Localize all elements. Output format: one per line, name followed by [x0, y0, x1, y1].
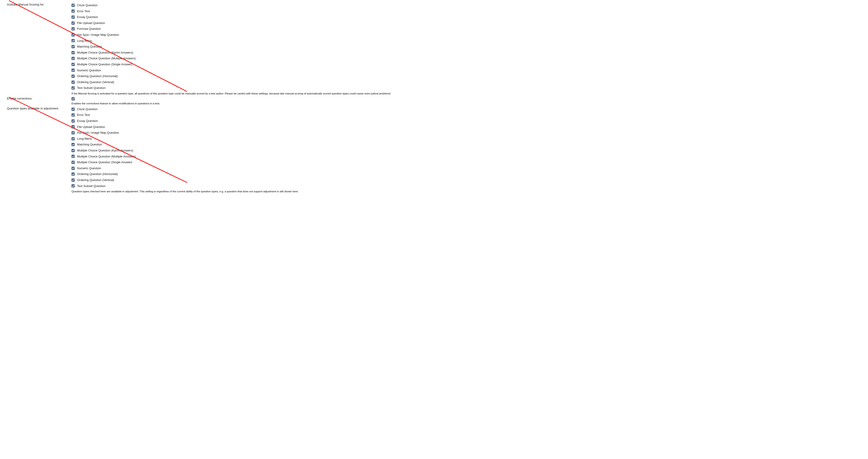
manual-scoring-option-label: Essay Question — [77, 15, 98, 19]
adjustment-option-row: Multiple Choice Question (Multiple Answe… — [71, 153, 861, 160]
adjustment-option-label: Hot Spot / Image Map Question — [77, 131, 119, 135]
manual-scoring-option-label: Multiple Choice Question (Kprim Answers) — [77, 51, 133, 55]
form-row-adjustment: Question types available in adjustment C… — [7, 106, 861, 194]
adjustment-option-label: Essay Question — [77, 119, 98, 123]
manual-scoring-option-label: Matching Question — [77, 45, 102, 49]
manual-scoring-option-row: Multiple Choice Question (Multiple Answe… — [71, 55, 861, 61]
adjustment-option-label: Error Text — [77, 113, 90, 117]
label-manual-scoring: Activate Manual Scoring for — [7, 3, 43, 6]
adjustment-checkbox[interactable] — [71, 167, 75, 170]
adjustment-option-label: Text Subset Question — [77, 184, 105, 188]
manual-scoring-option-row: Text Subset Question — [71, 85, 861, 91]
manual-scoring-option-row: Multiple Choice Question (Kprim Answers) — [71, 50, 861, 56]
manual-scoring-option-label: Multiple Choice Question (Single Answer) — [77, 63, 132, 66]
adjustment-checkbox[interactable] — [71, 143, 75, 146]
manual-scoring-checkbox[interactable] — [71, 57, 75, 60]
adjustment-option-row: Cloze Question — [71, 106, 861, 112]
manual-scoring-checkbox[interactable] — [71, 68, 75, 72]
manual-scoring-checkbox[interactable] — [71, 75, 75, 78]
adjustment-option-label: Numeric Question — [77, 167, 101, 170]
manual-scoring-checkbox[interactable] — [71, 22, 75, 25]
checkbox-enable-corrections[interactable] — [71, 97, 75, 101]
manual-scoring-option-label: Multiple Choice Question (Multiple Answe… — [77, 57, 135, 60]
adjustment-checkbox[interactable] — [71, 172, 75, 176]
manual-scoring-option-row: Hot Spot / Image Map Question — [71, 32, 861, 38]
adjustment-checkbox[interactable] — [71, 131, 75, 134]
adjustment-option-row: Hot Spot / Image Map Question — [71, 130, 861, 136]
adjustment-checkbox[interactable] — [71, 125, 75, 128]
adjustment-option-row: Text Subset Question — [71, 183, 861, 189]
manual-scoring-option-label: Formula Question — [77, 27, 101, 31]
adjustment-option-row: Ordering Question (Horizontal) — [71, 171, 861, 177]
adjustment-checkbox[interactable] — [71, 113, 75, 117]
adjustment-checkbox[interactable] — [71, 149, 75, 152]
manual-scoring-option-row: Formula Question — [71, 26, 861, 32]
manual-scoring-checkbox[interactable] — [71, 27, 75, 30]
manual-scoring-checkbox[interactable] — [71, 81, 75, 84]
manual-scoring-checkbox[interactable] — [71, 39, 75, 42]
adjustment-option-label: Multiple Choice Question (Kprim Answers) — [77, 149, 133, 152]
adjustment-checkbox[interactable] — [71, 137, 75, 140]
manual-scoring-option-label: Numeric Question — [77, 68, 101, 72]
manual-scoring-option-label: Error Text — [77, 9, 90, 13]
label-adjustment: Question types available in adjustment — [7, 107, 58, 110]
adjustment-option-label: Ordering Question (Vertical) — [77, 178, 114, 182]
manual-scoring-option-row: Ordering Question (Vertical) — [71, 79, 861, 85]
manual-scoring-option-row: Matching Question — [71, 44, 861, 50]
manual-scoring-option-row: Numeric Question — [71, 67, 861, 74]
manual-scoring-option-label: Long Menu — [77, 39, 92, 43]
adjustment-option-row: Numeric Question — [71, 165, 861, 171]
manual-scoring-option-row: Multiple Choice Question (Single Answer) — [71, 61, 861, 67]
adjustment-option-row: Matching Question — [71, 142, 861, 147]
manual-scoring-checkbox[interactable] — [71, 45, 75, 48]
adjustment-checkbox[interactable] — [71, 178, 75, 182]
manual-scoring-option-label: File Upload Question — [77, 21, 105, 25]
adjustment-option-row: Error Text — [71, 112, 861, 118]
manual-scoring-checkbox[interactable] — [71, 16, 75, 19]
manual-scoring-checkbox[interactable] — [71, 9, 75, 13]
form-row-manual-scoring: Activate Manual Scoring for Cloze Questi… — [7, 2, 861, 96]
manual-scoring-checkbox[interactable] — [71, 33, 75, 36]
manual-scoring-option-row: Ordering Question (Horizontal) — [71, 73, 861, 79]
adjustment-checkbox[interactable] — [71, 155, 75, 158]
manual-scoring-option-row: Cloze Question — [71, 2, 861, 8]
manual-scoring-option-row: File Upload Question — [71, 20, 861, 26]
manual-scoring-option-row: Long Menu — [71, 38, 861, 44]
manual-scoring-checkbox[interactable] — [71, 86, 75, 90]
manual-scoring-option-label: Hot Spot / Image Map Question — [77, 33, 119, 37]
label-enable-corrections: Enable corrections — [7, 97, 32, 100]
adjustment-option-label: Long Menu — [77, 137, 92, 141]
adjustment-option-row: Essay Question — [71, 118, 861, 124]
adjustment-option-row: Long Menu — [71, 136, 861, 142]
adjustment-option-row: Multiple Choice Question (Kprim Answers) — [71, 147, 861, 153]
manual-scoring-checkbox[interactable] — [71, 51, 75, 54]
adjustment-option-row: Ordering Question (Vertical) — [71, 177, 861, 183]
adjustment-option-label: Matching Question — [77, 143, 102, 146]
adjustment-checkbox[interactable] — [71, 108, 75, 111]
adjustment-checkbox[interactable] — [71, 119, 75, 123]
manual-scoring-checkbox[interactable] — [71, 63, 75, 66]
adjustment-option-label: Multiple Choice Question (Multiple Answe… — [77, 155, 135, 159]
adjustment-option-label: Ordering Question (Horizontal) — [77, 172, 118, 176]
manual-scoring-option-label: Cloze Question — [77, 3, 97, 7]
adjustment-checkbox[interactable] — [71, 184, 75, 188]
manual-scoring-option-label: Ordering Question (Horizontal) — [77, 74, 118, 78]
manual-scoring-option-row: Error Text — [71, 8, 861, 14]
help-enable-corrections: Enables the corrections feature to allow… — [71, 102, 861, 105]
manual-scoring-option-label: Text Subset Question — [77, 86, 105, 90]
adjustment-option-row: Multiple Choice Question (Single Answer) — [71, 159, 861, 165]
form-row-enable-corrections: Enable corrections Enables the correctio… — [7, 96, 861, 106]
manual-scoring-option-label: Ordering Question (Vertical) — [77, 80, 114, 84]
adjustment-option-label: Cloze Question — [77, 107, 97, 111]
adjustment-option-row: File Upload Question — [71, 124, 861, 130]
adjustment-option-label: File Upload Question — [77, 125, 105, 129]
adjustment-checkbox[interactable] — [71, 161, 75, 164]
manual-scoring-option-row: Essay Question — [71, 14, 861, 20]
adjustment-option-label: Multiple Choice Question (Single Answer) — [77, 161, 132, 164]
help-adjustment: Question types checked here are availabl… — [71, 190, 861, 193]
manual-scoring-checkbox[interactable] — [71, 4, 75, 7]
help-manual-scoring: If the Manual Scoring is activated for a… — [71, 92, 861, 95]
